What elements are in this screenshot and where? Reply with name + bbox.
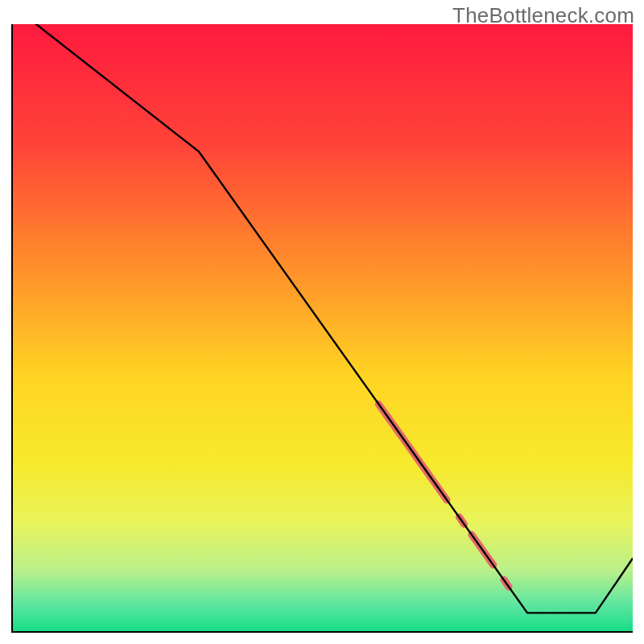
gradient-background bbox=[13, 24, 633, 631]
chart-stage: TheBottleneck.com bbox=[0, 0, 644, 644]
plot-area bbox=[11, 24, 633, 633]
bottleneck-line-chart bbox=[13, 24, 633, 631]
